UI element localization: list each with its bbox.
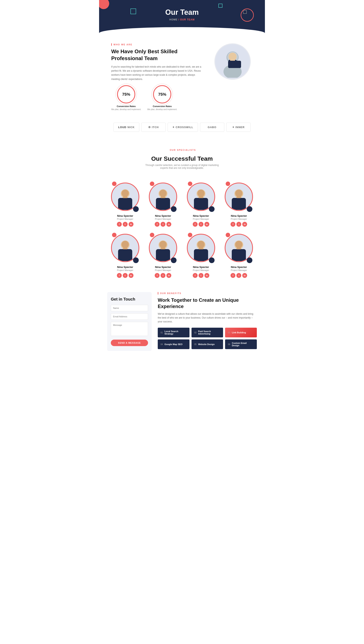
benefit-num-2: 03: [228, 332, 230, 334]
stat-label-1: Conversion Rates: [111, 105, 141, 108]
linkedin-btn-5[interactable]: in: [166, 273, 171, 278]
twitter-btn-5[interactable]: t: [160, 273, 166, 278]
team-person-svg-1: [150, 184, 176, 210]
svg-rect-28: [232, 198, 246, 210]
specialists-tag: OUR SPECIALISTS: [168, 149, 196, 151]
brand-gabo-text: GABO: [208, 126, 216, 129]
twitter-btn-4[interactable]: t: [123, 273, 128, 278]
benefits-area: OUR BENEFITS Work Together to Create an …: [158, 292, 257, 349]
team-member-name-3: Nina Specter: [223, 214, 255, 217]
breadcrumb-sep: /: [178, 18, 180, 21]
stat-value-2: 75%: [158, 92, 166, 97]
svg-rect-36: [123, 247, 127, 249]
avatar-deco-top-6: [188, 233, 192, 237]
svg-rect-16: [156, 198, 170, 210]
linkedin-btn-0[interactable]: in: [128, 222, 134, 227]
team-avatar-wrap-4: [110, 233, 140, 263]
twitter-btn-0[interactable]: t: [123, 222, 128, 227]
email-input[interactable]: [111, 313, 148, 320]
linkedin-btn-3[interactable]: in: [242, 222, 247, 227]
avatar-deco-bot-3: [247, 206, 252, 212]
benefit-num-4: 05: [194, 343, 196, 346]
benefit-label-0: Local Search Strategy: [164, 330, 187, 335]
social-icons-6: f t in: [185, 273, 217, 278]
deco-square-teal: [130, 9, 136, 14]
brand-inner: ✦ INNER: [226, 123, 250, 132]
avatar-deco-top-2: [188, 182, 192, 186]
twitter-btn-7[interactable]: t: [236, 273, 241, 278]
avatar-deco-bot-2: [209, 206, 214, 212]
team-card-0: Nina Specter Project Manager f t in: [107, 180, 143, 229]
svg-rect-12: [123, 196, 127, 198]
team-member-name-6: Nina Specter: [185, 265, 217, 268]
linkedin-btn-6[interactable]: in: [204, 273, 209, 278]
name-input[interactable]: [111, 305, 148, 311]
deco-circle-top-left: [99, 0, 109, 9]
facebook-btn-3[interactable]: f: [230, 222, 236, 227]
team-member-name-0: Nina Specter: [109, 214, 141, 217]
send-button[interactable]: SEND A MESSAGE: [111, 340, 148, 346]
team-avatar-wrap-0: [110, 182, 140, 212]
benefit-btn-5[interactable]: 06Custom Email Design: [225, 340, 257, 349]
avatar-deco-bot-6: [209, 257, 214, 263]
linkedin-btn-4[interactable]: in: [128, 273, 134, 278]
team-card-5: Nina Specter Project Manager f t in: [145, 231, 181, 280]
brand-loud: LOUD: [118, 126, 126, 129]
deco-square-teal2: [218, 4, 222, 8]
benefit-label-1: Paid Search Advertising: [198, 330, 220, 335]
facebook-btn-5[interactable]: f: [155, 273, 160, 278]
team-member-role-0: Project Manager: [109, 218, 141, 220]
twitter-btn-1[interactable]: t: [160, 222, 166, 227]
benefit-label-4: Website Design: [198, 343, 215, 346]
page-title: Our Team: [103, 8, 261, 17]
benefit-num-0: 01: [160, 332, 163, 334]
facebook-btn-4[interactable]: f: [117, 273, 122, 278]
specialists-heading: Our Successful Team: [103, 155, 261, 162]
avatar-deco-top-7: [226, 233, 230, 237]
message-input[interactable]: [111, 322, 148, 336]
breadcrumb-home[interactable]: HOME: [169, 18, 177, 21]
facebook-btn-7[interactable]: f: [230, 273, 236, 278]
benefit-btn-1[interactable]: 02Paid Search Advertising: [192, 328, 223, 337]
header-wave: [99, 27, 265, 33]
svg-rect-10: [118, 198, 132, 210]
benefit-btn-3[interactable]: 04Google Map SEO: [158, 340, 190, 349]
avatar-deco-top-0: [112, 182, 116, 186]
twitter-btn-6[interactable]: t: [198, 273, 204, 278]
team-member-name-1: Nina Specter: [147, 214, 179, 217]
stat-value-1: 75%: [122, 92, 130, 97]
facebook-btn-0[interactable]: f: [117, 222, 122, 227]
team-avatar-wrap-6: [186, 233, 216, 263]
stat-label-2: Conversion Rates: [147, 105, 177, 108]
benefit-label-2: Link Building: [232, 331, 246, 334]
benefit-btn-2[interactable]: 03Link Building: [225, 328, 257, 337]
team-member-role-5: Project Manager: [147, 269, 179, 271]
facebook-btn-1[interactable]: f: [155, 222, 160, 227]
benefit-label-5: Custom Email Design: [232, 342, 254, 347]
linkedin-btn-1[interactable]: in: [166, 222, 171, 227]
breadcrumb: HOME / OUR TEAM: [103, 18, 261, 21]
benefit-btn-0[interactable]: 01Local Search Strategy: [158, 328, 190, 337]
linkedin-btn-7[interactable]: in: [242, 273, 247, 278]
avatar-deco-top-4: [112, 233, 116, 237]
stat-desc-1: We plan, develop and implement.: [111, 108, 141, 111]
team-member-role-4: Project Manager: [109, 269, 141, 271]
facebook-btn-6[interactable]: f: [193, 273, 198, 278]
team-member-name-2: Nina Specter: [185, 214, 217, 217]
benefit-btn-4[interactable]: 05Website Design: [192, 340, 223, 349]
team-person-svg-7: [226, 235, 252, 261]
social-icons-7: f t in: [223, 273, 255, 278]
linkedin-btn-2[interactable]: in: [204, 222, 209, 227]
svg-rect-34: [118, 249, 132, 261]
twitter-btn-3[interactable]: t: [236, 222, 241, 227]
twitter-btn-2[interactable]: t: [198, 222, 204, 227]
who-tag: WHO WE ARE: [111, 43, 204, 46]
team-member-role-6: Project Manager: [185, 269, 217, 271]
svg-rect-48: [199, 247, 203, 249]
social-icons-3: f t in: [223, 222, 255, 227]
avatar-deco-bot-1: [171, 206, 176, 212]
benefits-description: We've designed a culture that allows our…: [158, 312, 257, 324]
team-person-svg-5: [150, 235, 176, 261]
facebook-btn-2[interactable]: f: [193, 222, 198, 227]
social-icons-2: f t in: [185, 222, 217, 227]
